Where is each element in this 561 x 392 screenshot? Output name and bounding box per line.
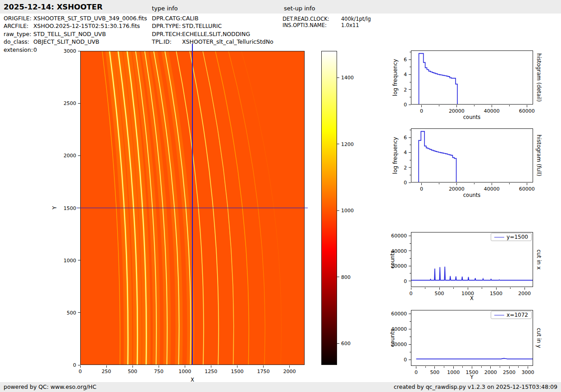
axis-tick-label: 1000 bbox=[447, 369, 460, 375]
axis-minor-tick bbox=[410, 130, 411, 130]
histogram-full-plot bbox=[411, 128, 533, 182]
axis-minor-tick bbox=[439, 105, 439, 106]
colorbar-tick-label: 600 bbox=[341, 341, 351, 346]
axis-tick-label: 40000 bbox=[391, 326, 407, 332]
axis-tick-label: 1000 bbox=[64, 257, 76, 263]
axis-tick-label: 20000 bbox=[391, 263, 407, 269]
axis-tick bbox=[211, 365, 211, 368]
axis-minor-tick bbox=[462, 366, 463, 368]
axis-tick bbox=[411, 287, 411, 290]
axis-tick bbox=[78, 365, 80, 365]
axis-tick bbox=[409, 236, 411, 236]
colorbar-tick bbox=[337, 277, 339, 277]
axis-tick-label: 1250 bbox=[205, 369, 217, 374]
axis-minor-tick bbox=[410, 273, 411, 273]
axis-tick-label: 0 bbox=[73, 362, 76, 368]
footer-created-by: created by qc_rawdisp.py v1.2.3 on 2025-… bbox=[394, 383, 557, 390]
setup-info-label: DET.READ.CLOCK: bbox=[283, 16, 329, 22]
axis-tick-label: 2 bbox=[404, 87, 407, 92]
axis-tick-label: 2500 bbox=[503, 369, 515, 375]
axis-minor-tick bbox=[410, 337, 411, 337]
axis-tick bbox=[237, 365, 237, 368]
legend-label: y=1500 bbox=[506, 234, 528, 240]
axis-tick-label: 40000 bbox=[484, 186, 500, 192]
axis-tick-label: 1000 bbox=[461, 291, 474, 296]
axis-tick-label: 500 bbox=[67, 310, 76, 315]
hist-full-side-label: histogram (full) bbox=[536, 135, 542, 177]
axis-tick bbox=[185, 365, 185, 368]
file-info-value: XSHOOTER_SLT_STD_UVB_349_0006.fits bbox=[33, 15, 147, 22]
axis-tick bbox=[409, 137, 411, 138]
cut-y-side-label: cut in y bbox=[536, 328, 542, 348]
axis-minor-tick bbox=[444, 366, 444, 368]
legend-line-sample bbox=[494, 315, 504, 315]
axis-tick bbox=[409, 344, 411, 345]
colorbar-tick bbox=[337, 144, 339, 144]
histogram-detail-plot bbox=[411, 50, 533, 105]
axis-minor-tick bbox=[410, 160, 411, 160]
axis-tick-label: 6 bbox=[404, 135, 407, 141]
axis-tick bbox=[78, 51, 80, 51]
axis-tick bbox=[527, 183, 527, 185]
axis-tick bbox=[456, 105, 457, 107]
axis-minor-tick bbox=[510, 287, 511, 289]
axis-minor-tick bbox=[410, 321, 411, 322]
axis-minor-tick bbox=[474, 183, 474, 184]
file-info-value: STD_TELL_SLIT_NOD_UVB bbox=[33, 31, 106, 37]
type-info-value: CALIB bbox=[182, 15, 199, 22]
hist-full-y-axis-label: log frequency bbox=[392, 137, 398, 174]
type-info-value: ECHELLE,SLIT,NODDING bbox=[182, 31, 250, 37]
axis-tick-label: 0 bbox=[404, 102, 407, 108]
type-info-label: DPR.TYPE: bbox=[152, 23, 181, 29]
axis-tick-label: 1000 bbox=[178, 369, 191, 374]
axis-tick bbox=[527, 105, 527, 107]
axis-minor-tick bbox=[425, 366, 426, 368]
axis-tick bbox=[409, 89, 411, 90]
type-info-label: DPR.TECH: bbox=[152, 31, 182, 37]
hist-detail-x-axis-label: counts bbox=[463, 114, 480, 120]
setup-info-value: 1.0x11 bbox=[341, 22, 359, 28]
axis-tick bbox=[409, 182, 411, 183]
data-series-line bbox=[411, 50, 533, 105]
axis-minor-tick bbox=[410, 67, 411, 67]
axis-minor-tick bbox=[481, 366, 482, 368]
axis-tick bbox=[409, 314, 411, 314]
axis-tick bbox=[409, 105, 411, 105]
axis-tick bbox=[509, 366, 510, 369]
axis-tick-label: 20000 bbox=[449, 108, 465, 114]
axis-tick-label: 0 bbox=[415, 369, 418, 375]
axis-tick bbox=[528, 366, 528, 369]
axis-minor-tick bbox=[410, 82, 411, 82]
axis-tick bbox=[159, 365, 159, 368]
axis-tick bbox=[409, 59, 411, 60]
axis-tick bbox=[496, 287, 497, 290]
cut-x-side-label: cut in x bbox=[536, 250, 542, 270]
crosshair-vertical-line bbox=[192, 44, 192, 365]
type-info-value: XSHOOTER_slt_cal_TelluricStdNo bbox=[182, 38, 274, 45]
axis-tick bbox=[409, 74, 411, 75]
axis-tick bbox=[78, 208, 80, 208]
axis-tick bbox=[409, 329, 411, 329]
axis-tick-label: 1500 bbox=[490, 291, 502, 296]
axis-minor-tick bbox=[439, 183, 439, 184]
axis-tick bbox=[492, 183, 492, 185]
axis-tick-label: 2 bbox=[404, 164, 407, 170]
axis-tick-label: 60000 bbox=[391, 311, 407, 317]
axis-minor-tick bbox=[518, 366, 519, 368]
file-info-label: do_class: bbox=[4, 38, 29, 45]
axis-tick-label: 2000 bbox=[64, 153, 76, 159]
axis-tick-label: 500 bbox=[128, 369, 137, 374]
axis-tick-label: 4 bbox=[404, 72, 407, 77]
page-title: 2025-12-14: XSHOOTER bbox=[4, 3, 103, 11]
axis-tick-label: 0 bbox=[420, 186, 423, 192]
axis-tick-label: 0 bbox=[79, 369, 82, 374]
axis-tick bbox=[490, 366, 491, 369]
type-info-value: STD,TELLURIC bbox=[182, 23, 222, 29]
type-info-label: TPL.ID: bbox=[152, 38, 172, 45]
file-info-label: extension: bbox=[4, 46, 33, 53]
axis-minor-tick bbox=[474, 105, 474, 106]
axis-tick bbox=[421, 183, 422, 185]
type-info-label: DPR.CATG: bbox=[152, 15, 182, 22]
axis-tick bbox=[409, 251, 411, 251]
axis-minor-tick bbox=[410, 97, 411, 97]
